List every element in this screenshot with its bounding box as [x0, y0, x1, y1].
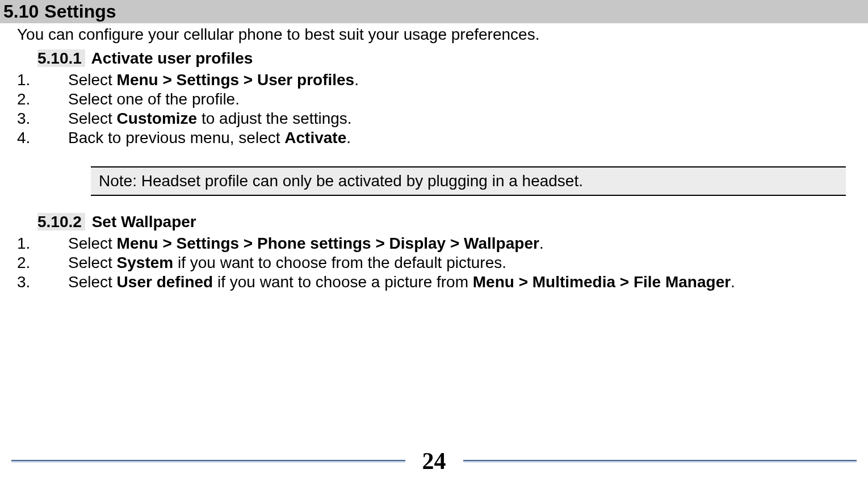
step-text: Select System if you want to choose from… — [68, 254, 851, 272]
subsection-heading-2: 5.10.2 Set Wallpaper — [37, 213, 851, 231]
subsection-number: 5.10.2 — [37, 213, 85, 231]
step-text: Select Menu > Settings > Phone settings … — [68, 234, 851, 253]
page-number: 24 — [417, 447, 452, 475]
section-intro: You can configure your cellular phone to… — [17, 26, 851, 44]
footer-rule-left — [11, 460, 405, 462]
subsection-number: 5.10.1 — [37, 49, 85, 67]
list-item: 1. Select Menu > Settings > User profile… — [17, 71, 851, 89]
step-number: 1. — [17, 234, 68, 253]
subsection-heading-1: 5.10.1 Activate user profiles — [37, 49, 851, 68]
list-item: 3. Select User defined if you want to ch… — [17, 273, 851, 291]
document-page: 5.10 Settings You can configure your cel… — [0, 0, 868, 486]
subsection-title: Set Wallpaper — [92, 213, 196, 231]
step-number: 4. — [17, 129, 68, 147]
section-number: 5.10 — [3, 1, 39, 22]
note-text: Note: Headset profile can only be activa… — [99, 172, 583, 190]
step-number: 2. — [17, 254, 68, 272]
list-item: 1. Select Menu > Settings > Phone settin… — [17, 234, 851, 253]
list-item: 2. Select one of the profile. — [17, 90, 851, 108]
list-item: 4. Back to previous menu, select Activat… — [17, 129, 851, 147]
step-text: Back to previous menu, select Activate. — [68, 129, 851, 147]
step-text: Select one of the profile. — [68, 90, 851, 108]
section-title: Settings — [44, 1, 116, 22]
list-item: 3. Select Customize to adjust the settin… — [17, 110, 851, 128]
step-number: 1. — [17, 71, 68, 89]
step-number: 3. — [17, 273, 68, 291]
subsection-title: Activate user profiles — [91, 49, 253, 67]
step-number: 2. — [17, 90, 68, 108]
section-heading: 5.10 Settings — [0, 0, 868, 23]
footer-rule-right — [463, 460, 857, 462]
page-footer: 24 — [0, 447, 868, 475]
step-text: Select User defined if you want to choos… — [68, 273, 851, 291]
step-number: 3. — [17, 110, 68, 128]
step-text: Select Customize to adjust the settings. — [68, 110, 851, 128]
step-text: Select Menu > Settings > User profiles. — [68, 71, 851, 89]
list-item: 2. Select System if you want to choose f… — [17, 254, 851, 272]
note-box: Note: Headset profile can only be activa… — [91, 166, 846, 196]
